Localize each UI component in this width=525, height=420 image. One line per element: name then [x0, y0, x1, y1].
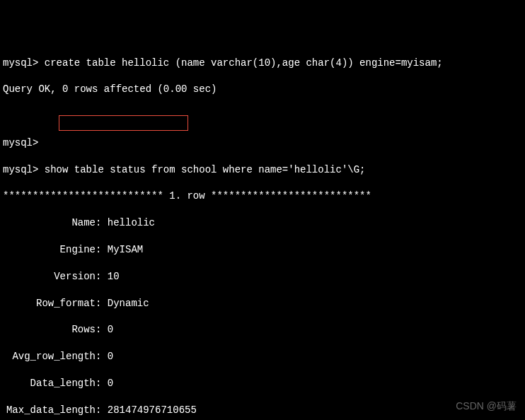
field-value: MyISAM: [108, 244, 143, 255]
field-label: Avg_row_length: [3, 350, 96, 363]
watermark: CSDN @码薯: [456, 399, 517, 413]
field-maxdatalength: Max_data_length: 281474976710655: [3, 404, 522, 417]
field-label: Engine: [3, 243, 96, 257]
field-value: 281474976710655: [108, 404, 197, 416]
field-value: Dynamic: [108, 298, 149, 309]
field-rowformat: Row_format: Dynamic: [3, 297, 522, 310]
field-rows: Rows: 0: [3, 323, 522, 337]
field-value: 0: [108, 351, 113, 362]
row-header: *************************** 1. row *****…: [3, 189, 522, 203]
field-version: Version: 10: [3, 270, 522, 284]
blank-line: [3, 110, 522, 123]
field-label: Row_format: [3, 297, 96, 310]
field-engine: Engine: MyISAM: [3, 243, 522, 257]
field-label: Version: [3, 270, 96, 284]
field-name: Name: hellolic: [3, 216, 522, 230]
field-label: Rows: [3, 323, 96, 337]
create-table-command: create table hellolic (name varchar(10),…: [45, 57, 443, 69]
empty-prompt-line: mysql>: [3, 136, 522, 150]
field-value: 0: [108, 324, 113, 335]
field-label: Name: [3, 216, 96, 230]
mysql-prompt: mysql>: [3, 57, 45, 69]
field-label: Max_data_length: [3, 404, 96, 417]
field-value: hellolic: [108, 217, 155, 228]
field-label: Data_length: [3, 377, 96, 390]
field-value: 10: [108, 271, 120, 282]
field-datalength: Data_length: 0: [3, 377, 522, 390]
command-line-1: mysql> create table hellolic (name varch…: [3, 57, 522, 70]
mysql-prompt: mysql>: [3, 164, 45, 175]
query-result-1: Query OK, 0 rows affected (0.00 sec): [3, 83, 522, 96]
show-status-command: show table status from school where name…: [45, 164, 366, 175]
field-value: 0: [108, 378, 113, 389]
command-line-2: mysql> show table status from school whe…: [3, 163, 522, 177]
field-avgrowlength: Avg_row_length: 0: [3, 350, 522, 363]
